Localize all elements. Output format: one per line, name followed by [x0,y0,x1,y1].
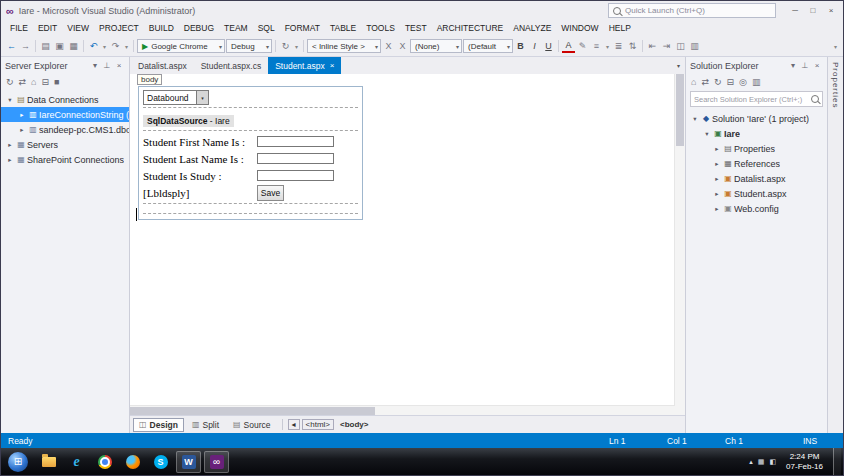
redo-dropdown-icon[interactable]: ▾ [123,39,130,54]
menu-build[interactable]: BUILD [144,23,179,33]
design-view-button[interactable]: ◫ Design [133,418,184,432]
start-debug-browser-select[interactable]: ▶ Google Chrome ▾ [137,39,225,53]
expander-icon[interactable]: ▸ [712,190,722,198]
menu-view[interactable]: VIEW [62,23,94,33]
menu-architecture[interactable]: ARCHITECTURE [432,23,509,33]
new-file-button[interactable]: ▤ [39,39,52,54]
table-button[interactable]: ◫ [674,39,687,54]
taskbar-clock[interactable]: 2:24 PM 07-Feb-16 [781,452,828,471]
tree-item-sharepoint[interactable]: ▸ ▦ SharePoint Connections [1,152,129,167]
vertical-scrollbar[interactable] [674,74,685,405]
pin-icon[interactable]: ⊥ [101,61,113,70]
close-icon[interactable]: × [113,61,125,70]
expander-icon[interactable]: ▸ [712,205,722,213]
bold-button[interactable]: B [514,39,527,54]
split-view-button[interactable]: ▥ Split [186,418,225,432]
collapse-all-icon[interactable]: ⊟ [727,77,735,87]
target-rule-button[interactable]: X [382,39,395,54]
browser-link-dropdown-icon[interactable]: ▾ [293,39,300,54]
expander-icon[interactable]: ▸ [712,145,722,153]
tab-student-aspx[interactable]: Student.aspx × [268,57,341,74]
menu-help[interactable]: HELP [604,23,636,33]
target-rule-alt-button[interactable]: X [396,39,409,54]
list-button[interactable]: ≣ [612,39,625,54]
tree-item-connection-string[interactable]: ▸ ▥ IareConnectionString (S [1,107,129,122]
scrollbar-thumb[interactable] [130,407,375,415]
tag-nav-html-button[interactable]: <html> [302,419,334,430]
menu-analyze[interactable]: ANALYZE [508,23,556,33]
expander-icon[interactable]: ▾ [702,130,712,138]
tree-item-data-connections[interactable]: ▾ ▤ Data Connections [1,92,129,107]
outdent-button[interactable]: ⇤ [646,39,659,54]
ie-taskbar-button[interactable]: e [64,451,89,473]
document-dropdown-icon[interactable]: ▾ [672,57,685,74]
close-icon[interactable]: × [811,61,823,70]
panel-menu-icon[interactable]: ▾ [787,61,799,70]
properties-icon[interactable]: ◎ [739,77,747,87]
tab-datalist-aspx[interactable]: Datalist.aspx [131,57,194,74]
navigate-forward-button[interactable]: → [19,39,32,54]
menu-file[interactable]: FILE [5,23,33,33]
skype-taskbar-button[interactable]: S [148,451,173,473]
menu-project[interactable]: PROJECT [94,23,144,33]
minimize-button[interactable]: ─ [786,4,804,18]
expander-icon[interactable]: ▸ [17,111,27,119]
expander-icon[interactable]: ▸ [5,156,15,164]
tree-item-sandeep-db[interactable]: ▸ ▥ sandeep-pc.CMS1.dbo [1,122,129,137]
last-name-textbox[interactable] [257,153,334,164]
tag-nav-body-button[interactable]: <body> [336,419,372,430]
home-icon[interactable]: ⌂ [691,77,696,87]
source-view-button[interactable]: ▤ Source [227,418,277,432]
close-button[interactable]: × [822,4,840,18]
tree-item-properties[interactable]: ▸ ▤ Properties [686,141,827,156]
menu-tools[interactable]: TOOLS [361,23,400,33]
navigate-back-button[interactable]: ← [5,39,18,54]
tree-item-project-iare[interactable]: ▾ ▣ Iare [686,126,827,141]
expander-icon[interactable]: ▸ [5,141,15,149]
save-form-button[interactable]: Save [257,185,284,201]
menu-test[interactable]: TEST [400,23,432,33]
redo-button[interactable]: ↷ [109,39,122,54]
sync-icon[interactable]: ⇄ [701,77,709,87]
start-button[interactable]: ⊞ [8,452,28,472]
font-name-select[interactable]: (None) ▾ [410,39,462,53]
tab-close-icon[interactable]: × [330,61,335,70]
menu-team[interactable]: TEAM [219,23,253,33]
refresh-icon[interactable]: ↻ [714,77,722,87]
firefox-taskbar-button[interactable] [120,451,145,473]
tab-student-aspx-cs[interactable]: Student.aspx.cs [194,57,268,74]
first-name-textbox[interactable] [257,136,334,147]
undo-dropdown-icon[interactable]: ▾ [101,39,108,54]
expander-icon[interactable]: ▸ [712,160,722,168]
underline-button[interactable]: U [542,39,555,54]
show-hidden-icons-button[interactable]: ▴ [749,458,753,466]
chrome-taskbar-button[interactable] [92,451,117,473]
expander-icon[interactable]: ▾ [5,96,15,104]
menu-format[interactable]: FORMAT [280,23,325,33]
stop-icon[interactable]: ■ [54,77,59,87]
quick-launch-input[interactable]: Quick Launch (Ctrl+Q) [608,3,776,18]
tree-item-servers[interactable]: ▸ ▦ Servers [1,137,129,152]
explorer-taskbar-button[interactable] [36,451,61,473]
sort-button[interactable]: ⇅ [626,39,639,54]
tree-item-solution[interactable]: ▾ ◆ Solution 'Iare' (1 project) [686,111,827,126]
maximize-button[interactable]: □ [804,4,822,18]
code-view-button[interactable]: ▥ [688,39,701,54]
word-taskbar-button[interactable]: W [176,451,201,473]
solution-search-input[interactable]: Search Solution Explorer (Ctrl+;) [690,91,823,107]
expander-icon[interactable]: ▸ [712,175,722,183]
design-surface[interactable]: body Databound ▾ SqlDataSource - Iare [130,74,674,405]
tree-item-web-config[interactable]: ▸ ▣ Web.config [686,201,827,216]
refresh-icon[interactable]: ↻ [6,77,14,87]
save-button[interactable]: ▣ [53,39,66,54]
font-size-select[interactable]: (Default ▾ [463,39,513,53]
sync-icon[interactable]: ⇄ [19,77,27,87]
panel-menu-icon[interactable]: ▾ [89,61,101,70]
menu-window[interactable]: WINDOW [556,23,603,33]
undo-button[interactable]: ↶ [87,39,100,54]
align-dropdown-icon[interactable]: ▾ [604,39,611,54]
indent-button[interactable]: ⇥ [660,39,673,54]
save-all-button[interactable]: ▦ [67,39,80,54]
study-textbox[interactable] [257,170,334,181]
toolbar-overflow-icon[interactable]: ▾ [832,39,839,54]
